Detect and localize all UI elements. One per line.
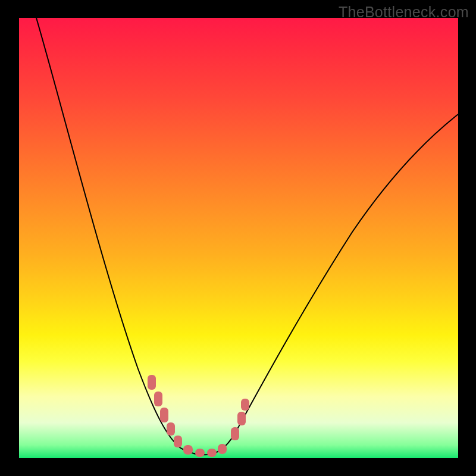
marker-point [237, 412, 246, 425]
marker-point [160, 408, 168, 422]
marker-point [218, 444, 227, 454]
marker-point [148, 375, 156, 390]
marker-point [183, 445, 193, 455]
marker-point [174, 436, 182, 447]
curve-svg [19, 18, 458, 458]
marker-point [195, 449, 205, 457]
marker-group [148, 375, 249, 457]
marker-point [231, 427, 239, 440]
marker-point [154, 392, 162, 406]
marker-point [167, 422, 175, 436]
marker-point [241, 399, 249, 411]
bottleneck-curve [36, 18, 458, 455]
chart-stage: TheBottleneck.com [0, 0, 476, 476]
plot-area [19, 18, 458, 458]
marker-point [207, 449, 217, 457]
